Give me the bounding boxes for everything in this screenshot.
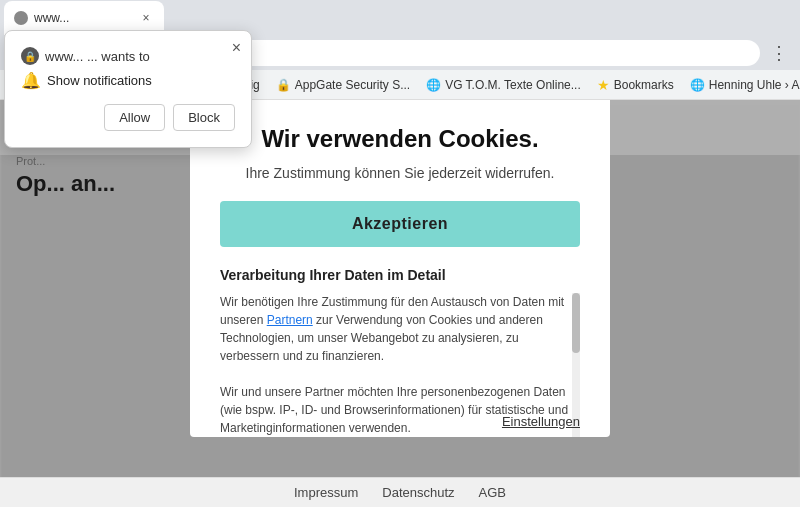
site-favicon-icon: 🌐	[426, 78, 441, 92]
notification-site-url: www... ... wants to	[45, 49, 150, 64]
star-icon: ★	[597, 77, 610, 93]
site-favicon-icon: 🌐	[690, 78, 705, 92]
footer-impressum[interactable]: Impressum	[294, 485, 358, 500]
notification-buttons: Allow Block	[21, 104, 235, 131]
bookmark-bookmarks[interactable]: ★ Bookmarks	[591, 75, 680, 95]
bell-icon: 🔔	[21, 71, 41, 90]
cookie-settings-button[interactable]: Einstellungen	[502, 414, 580, 437]
notification-site-row: 🔒 www... ... wants to	[21, 47, 235, 65]
bookmark-appgate[interactable]: 🔒 AppGate Security S...	[270, 76, 416, 94]
cookie-subtitle: Ihre Zustimmung können Sie jederzeit wid…	[220, 165, 580, 181]
cookie-title: Wir verwenden Cookies.	[220, 125, 580, 153]
allow-button[interactable]: Allow	[104, 104, 165, 131]
bookmark-henning-label: Henning Uhle › An...	[709, 78, 800, 92]
tab-favicon-icon	[14, 11, 28, 25]
bookmark-bookmarks-label: Bookmarks	[614, 78, 674, 92]
footer-datenschutz[interactable]: Datenschutz	[382, 485, 454, 500]
notification-popup: × 🔒 www... ... wants to 🔔 Show notificat…	[4, 30, 252, 148]
block-button[interactable]: Block	[173, 104, 235, 131]
cookie-detail-title: Verarbeitung Ihrer Daten im Detail	[220, 267, 580, 283]
footer-agb[interactable]: AGB	[479, 485, 506, 500]
page-footer: Impressum Datenschutz AGB	[0, 477, 800, 507]
menu-button[interactable]: ⋮	[766, 40, 792, 66]
notification-site-icon: 🔒	[21, 47, 39, 65]
cookie-partners-link[interactable]: Partnern	[267, 313, 313, 327]
tab-close-button[interactable]: ×	[138, 10, 154, 26]
site-favicon-icon: 🔒	[276, 78, 291, 92]
notification-description-row: 🔔 Show notifications	[21, 71, 235, 90]
notification-close-button[interactable]: ×	[232, 39, 241, 57]
bookmark-henning[interactable]: 🌐 Henning Uhle › An...	[684, 76, 800, 94]
cookie-accept-button[interactable]: Akzeptieren	[220, 201, 580, 247]
bookmark-vgtom-label: VG T.O.M. Texte Online...	[445, 78, 581, 92]
cookie-scrollbar-thumb[interactable]	[572, 293, 580, 353]
bookmark-vg-tom[interactable]: 🌐 VG T.O.M. Texte Online...	[420, 76, 587, 94]
bookmark-appgate-label: AppGate Security S...	[295, 78, 410, 92]
browser-chrome: www... × ← → ↻ www... ... ⋮ 📁 warts 📁 Ot…	[0, 0, 800, 85]
notification-description: Show notifications	[47, 73, 152, 88]
cookie-modal: Wir verwenden Cookies. Ihre Zustimmung k…	[190, 95, 610, 437]
tab-title: www...	[34, 11, 132, 25]
